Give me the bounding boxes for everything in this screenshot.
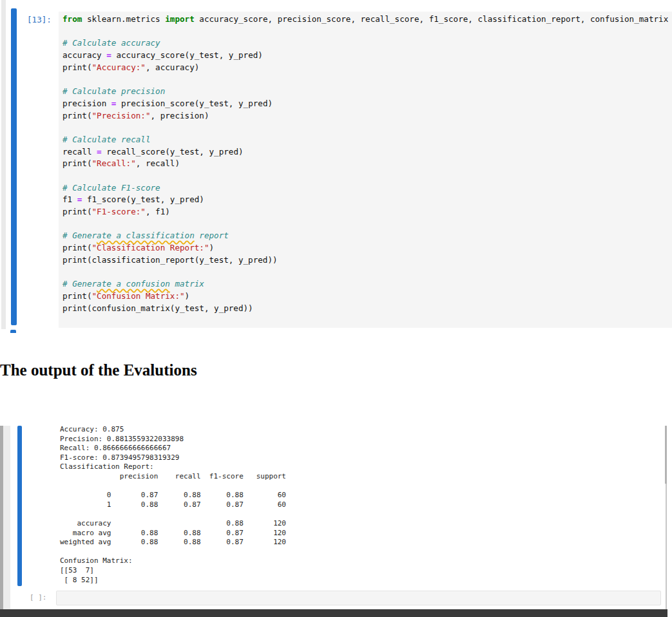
code-editor-content[interactable]: from sklearn.metrics import accuracy_sco… bbox=[62, 14, 672, 314]
page: { "colors": { "selected_cell_bar": "#217… bbox=[0, 0, 672, 617]
document-heading: The output of the Evalutions bbox=[0, 361, 197, 379]
empty-code-cell-input[interactable] bbox=[56, 591, 661, 605]
selected-cell-indicator-bar[interactable] bbox=[11, 8, 17, 325]
code-cell[interactable]: from sklearn.metrics import accuracy_sco… bbox=[59, 12, 672, 328]
cell-output-text: Accuracy: 0.875 Precision: 0.88135593220… bbox=[60, 425, 286, 585]
notebook-left-margin-strip bbox=[1, 0, 6, 329]
execution-count-prompt: [13]: bbox=[27, 14, 52, 26]
scrollbar-thumb[interactable] bbox=[665, 426, 667, 484]
output-shot-left-margin-strip bbox=[3, 426, 10, 609]
empty-cell-prompt: [ ]: bbox=[30, 593, 47, 602]
bottom-dark-bar bbox=[0, 609, 667, 617]
selected-output-cell-indicator-bar[interactable] bbox=[17, 426, 22, 586]
next-cell-indicator-bar-fragment bbox=[10, 330, 16, 333]
